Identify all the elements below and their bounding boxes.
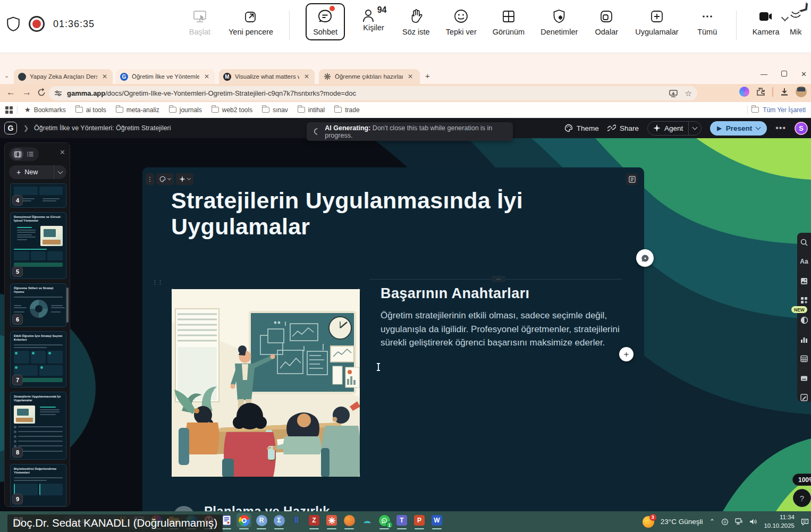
edit-pen-icon[interactable] — [800, 394, 808, 402]
agent-dropdown-chevron-icon[interactable] — [688, 122, 701, 135]
apps-grid-icon[interactable] — [5, 106, 13, 114]
wave-app-icon[interactable] — [360, 514, 373, 527]
card-ai-button[interactable] — [176, 173, 193, 185]
tab-close-icon[interactable]: ✕ — [101, 73, 108, 80]
weather-icon[interactable]: 3 — [643, 516, 654, 528]
browser-profile-avatar[interactable] — [796, 86, 807, 97]
browser-tab-4[interactable]: Öğrenme çıktıları hazırlama ✕ — [319, 69, 420, 84]
bookmark-folder[interactable]: trade — [332, 105, 362, 115]
install-app-icon[interactable] — [669, 90, 678, 97]
teams-icon[interactable]: T — [395, 514, 408, 527]
apps-button[interactable]: Uygulamalar — [635, 7, 678, 36]
bookmark-folder[interactable]: web2 tools — [209, 105, 255, 115]
forward-icon[interactable]: → — [22, 87, 31, 98]
divider-handle[interactable]: ... — [492, 276, 505, 282]
back-icon[interactable]: ← — [6, 87, 15, 98]
tray-expand-chevron-icon[interactable]: ⌃ — [709, 518, 715, 526]
volume-icon[interactable] — [749, 518, 757, 525]
all-bookmarks-folder[interactable]: Tüm Yer İşaretl — [747, 106, 806, 114]
present-button[interactable]: ▶ Present — [710, 121, 767, 136]
agent-button[interactable]: Agent — [647, 121, 702, 136]
ai-extension-icon[interactable] — [739, 87, 749, 97]
raise-hand-button[interactable]: Söz iste — [402, 7, 430, 36]
bookmark-star-icon[interactable]: ☆ — [685, 89, 692, 98]
slide-thumbnail-5[interactable]: Deneyimsel Öğrenme ve Görsel-İşitsel Yön… — [10, 212, 66, 279]
tab-close-icon[interactable]: ✕ — [407, 73, 414, 80]
audio-app-icon[interactable] — [343, 514, 356, 527]
user-avatar[interactable]: S — [795, 122, 808, 135]
ime-icon[interactable] — [721, 518, 729, 526]
share-button[interactable]: Share — [607, 124, 639, 132]
slide-thumbnail-4[interactable]: 4 — [10, 183, 66, 208]
tab-close-icon[interactable]: ✕ — [303, 73, 310, 80]
card-theme-button[interactable] — [156, 173, 174, 185]
bookmark-folder[interactable]: intihal — [295, 105, 327, 115]
filmstrip-view-icon[interactable] — [12, 148, 23, 160]
reactions-button[interactable]: Tepki ver — [446, 7, 477, 36]
bookmark-folder[interactable]: sınav — [259, 105, 291, 115]
camera-options-chevron-icon[interactable] — [781, 14, 789, 21]
section-heading-basarinin-anahtarlari[interactable]: Başarının Anahtarları — [381, 285, 529, 302]
breakout-rooms-button[interactable]: Odalar — [594, 7, 619, 36]
reload-icon[interactable] — [37, 88, 46, 97]
bookmark-item[interactable]: ★Bookmarks — [22, 105, 69, 115]
taskbar-clock[interactable]: 11:34 10.10.2025 — [764, 513, 795, 530]
sidebar-scrollbar[interactable] — [66, 288, 69, 323]
downloads-icon[interactable] — [780, 88, 789, 96]
card-layout-button[interactable] — [626, 173, 638, 185]
jamovi-icon[interactable] — [325, 514, 338, 527]
tab-close-icon[interactable]: ✕ — [203, 73, 210, 80]
table-icon[interactable] — [800, 354, 808, 363]
contrast-icon[interactable] — [800, 316, 808, 324]
section-heading-planlama[interactable]: Planlama ve Hazırlık — [204, 504, 330, 511]
image-icon[interactable] — [800, 277, 808, 285]
whatsapp-icon[interactable]: 1 — [378, 514, 391, 527]
tab-search-chevron-icon[interactable]: ⌄ — [4, 72, 9, 79]
add-comment-button[interactable] — [636, 249, 654, 267]
new-tab-button[interactable]: + — [425, 71, 430, 80]
rstudio-icon[interactable]: R — [255, 514, 268, 527]
more-options-icon[interactable]: ••• — [775, 123, 786, 133]
close-window-icon[interactable]: ✕ — [801, 70, 807, 78]
list-view-icon[interactable] — [24, 148, 36, 160]
section-body-text[interactable]: Öğretim stratejilerinin etkili olması, s… — [381, 309, 621, 350]
restore-window-icon[interactable] — [781, 71, 787, 77]
network-icon[interactable] — [735, 518, 743, 525]
card-template-icon[interactable] — [800, 374, 808, 383]
recording-indicator-icon[interactable] — [29, 16, 45, 32]
new-slide-button[interactable]: + New — [9, 165, 66, 179]
host-controls-button[interactable]: Denetimler — [540, 7, 578, 36]
classroom-illustration[interactable] — [171, 289, 360, 477]
extensions-puzzle-icon[interactable] — [756, 87, 765, 96]
browser-tab-3[interactable]: M Visualize what matters with AI | ✕ — [219, 69, 315, 84]
gamma-logo[interactable]: G — [4, 122, 17, 134]
card-menu-button[interactable]: ⋮ — [146, 173, 154, 185]
slide-title[interactable]: Stratejilerin Uygulanmasında İyi Uygulam… — [171, 188, 564, 240]
camera-button[interactable]: Kamera — [753, 7, 780, 36]
view-button[interactable]: Görünüm — [493, 7, 525, 36]
word-icon[interactable]: W — [430, 514, 443, 527]
new-window-button[interactable]: Yeni pencere — [229, 7, 273, 36]
search-icon[interactable] — [800, 238, 808, 247]
chat-button[interactable]: Sohbet — [306, 3, 345, 40]
bookmark-folder[interactable]: ai tools — [73, 105, 109, 115]
zoom-level-indicator[interactable]: 100% — [792, 474, 811, 486]
address-bar[interactable]: gamma.app/docs/Ogretim-Ilke-ve-Yontemler… — [49, 86, 697, 100]
more-button[interactable]: Tümü — [695, 7, 720, 36]
notifications-icon[interactable] — [801, 518, 809, 526]
slide-thumbnail-9[interactable]: Biçimlendirici Değerlendirme Yöntemleri … — [10, 464, 66, 506]
powerpoint-icon[interactable]: P — [413, 514, 426, 527]
zotero-icon[interactable]: Z — [308, 514, 320, 527]
block-drag-handle-icon[interactable]: ⋮⋮ — [152, 280, 158, 290]
weather-text[interactable]: 23°C Güneşli — [661, 518, 703, 526]
text-style-icon[interactable]: Aa — [800, 258, 808, 266]
participants-button[interactable]: 94 Kişiler — [361, 7, 386, 32]
browser-tab-1[interactable]: Yapay Zeka Araçları Derse Enteg ✕ — [14, 69, 113, 84]
slide-thumbnail-8-current[interactable]: Stratejilerin Uygulanmasında İyi Uygulam… — [10, 392, 66, 460]
browser-tab-2-active[interactable]: G Öğretim İlke ve Yöntemleri: Öğ ✕ — [116, 69, 215, 84]
jasp-icon[interactable]: ǁ — [290, 514, 303, 527]
bookmark-folder[interactable]: meta-analiz — [113, 105, 162, 115]
chrome-icon[interactable] — [238, 514, 250, 527]
slide-thumbnail-7[interactable]: Etkili Öğretim İçin Strateji Seçimi Krit… — [10, 331, 66, 387]
close-sidebar-icon[interactable]: ✕ — [60, 148, 65, 156]
